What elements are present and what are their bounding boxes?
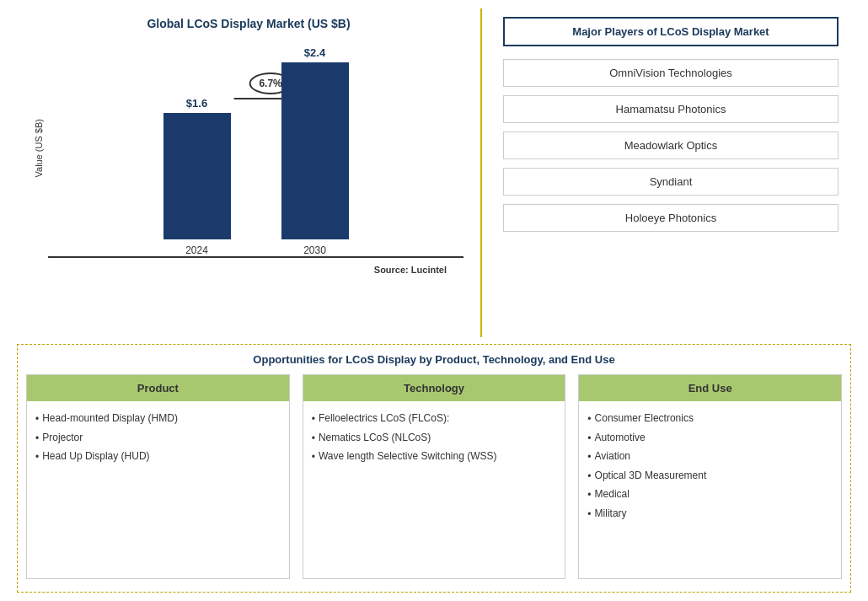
player-item-2: Meadowlark Optics: [503, 131, 839, 159]
opportunities-title: Opportunities for LCoS Display by Produc…: [26, 353, 842, 366]
bullet: •: [35, 430, 39, 448]
enduse-item-1: • Automotive: [587, 429, 833, 448]
enduse-item-text-1: Automotive: [595, 429, 646, 448]
product-content: • Head-mounted Display (HMD) • Projector…: [27, 401, 289, 578]
bullet: •: [35, 448, 39, 467]
tech-item-2: • Wave length Selective Switching (WSS): [312, 448, 557, 467]
enduse-item-2: • Aviation: [587, 448, 833, 467]
bullet: •: [587, 411, 591, 429]
chart-title: Global LCoS Display Market (US $B): [147, 17, 350, 30]
enduse-item-text-5: Military: [595, 505, 627, 523]
player-item-1: Hamamatsu Photonics: [503, 95, 839, 123]
enduse-header: End Use: [579, 375, 841, 401]
players-title: Major Players of LCoS Display Market: [503, 17, 839, 46]
bullet: •: [587, 430, 591, 448]
product-item-2: • Head Up Display (HUD): [35, 448, 281, 467]
enduse-column: End Use • Consumer Electronics • Automot…: [578, 374, 842, 579]
player-item-4: Holoeye Photonics: [503, 204, 839, 232]
enduse-item-text-4: Medical: [595, 486, 630, 504]
top-section: Global LCoS Display Market (US $B) Value…: [17, 8, 851, 337]
player-item-0: OmniVision Technologies: [503, 59, 839, 87]
bottom-section: Opportunities for LCoS Display by Produc…: [17, 344, 851, 593]
chart-area: Global LCoS Display Market (US $B) Value…: [17, 8, 472, 337]
enduse-item-text-3: Optical 3D Measurement: [595, 467, 707, 486]
product-item-text-2: Head Up Display (HUD): [42, 448, 149, 466]
player-item-3: Syndiant: [503, 168, 839, 196]
tech-item-text-1: Nematics LCoS (NLCoS): [319, 429, 431, 448]
enduse-item-text-2: Aviation: [595, 448, 630, 466]
bar-group-2024: $1.6 2024: [163, 97, 231, 256]
tech-item-1: • Nematics LCoS (NLCoS): [312, 429, 557, 448]
technology-content: • Felloelectrics LCoS (FLCoS): • Nematic…: [303, 401, 565, 578]
bar-value-2024: $1.6: [186, 97, 207, 110]
product-header: Product: [27, 375, 289, 401]
bullet: •: [587, 506, 591, 524]
product-item-0: • Head-mounted Display (HMD): [35, 410, 281, 429]
opportunities-grid: Product • Head-mounted Display (HMD) • P…: [26, 374, 842, 579]
bars-container: 6.7% $1.6 2024: [48, 39, 463, 256]
product-item-text-1: Projector: [42, 429, 83, 448]
source-text: Source: Lucintel: [374, 265, 463, 275]
bar-value-2030: $2.4: [304, 46, 325, 59]
bar-label-2030: 2030: [303, 244, 326, 256]
tech-item-text-0: Felloelectrics LCoS (FLCoS):: [319, 410, 449, 428]
enduse-content: • Consumer Electronics • Automotive • Av…: [579, 401, 841, 578]
product-item-text-0: Head-mounted Display (HMD): [42, 410, 178, 428]
bar-label-2024: 2024: [185, 244, 208, 256]
enduse-item-4: • Medical: [587, 486, 833, 505]
product-column: Product • Head-mounted Display (HMD) • P…: [26, 374, 290, 579]
bar-2030: [281, 62, 349, 239]
cagr-value: 6.7%: [259, 78, 281, 89]
chart-wrapper: Value (US $B) 6.7% $: [34, 39, 463, 258]
bullet: •: [587, 468, 591, 486]
tech-item-text-2: Wave length Selective Switching (WSS): [319, 448, 497, 466]
enduse-item-0: • Consumer Electronics: [587, 410, 833, 429]
tech-item-0: • Felloelectrics LCoS (FLCoS):: [312, 410, 557, 429]
technology-column: Technology • Felloelectrics LCoS (FLCoS)…: [303, 374, 566, 579]
bar-group-2030: $2.4 2030: [281, 46, 349, 256]
enduse-item-5: • Military: [587, 505, 833, 524]
enduse-item-text-0: Consumer Electronics: [595, 410, 694, 428]
vertical-divider: [480, 8, 482, 337]
chart-inner: 6.7% $1.6 2024: [48, 39, 463, 258]
players-area: Major Players of LCoS Display Market Omn…: [490, 8, 851, 337]
x-axis-line: [48, 256, 463, 258]
bullet: •: [312, 430, 315, 448]
enduse-item-3: • Optical 3D Measurement: [587, 467, 833, 486]
technology-header: Technology: [303, 375, 565, 401]
bullet: •: [312, 411, 315, 429]
bullet: •: [35, 411, 39, 429]
bullet: •: [587, 448, 591, 467]
product-item-1: • Projector: [35, 429, 281, 448]
y-axis-label: Value (US $B): [34, 119, 44, 178]
bullet: •: [312, 448, 315, 467]
bullet: •: [587, 486, 591, 505]
bar-2024: [163, 113, 231, 239]
